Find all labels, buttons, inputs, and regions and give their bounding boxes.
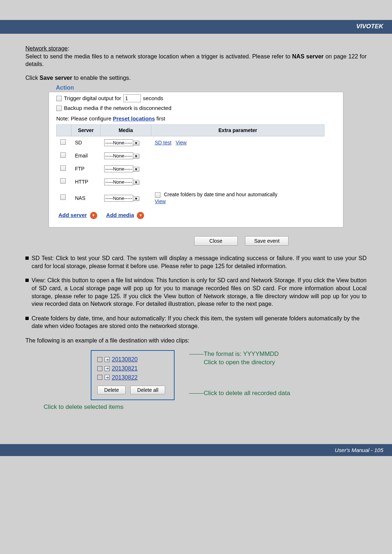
add-server-arrow-icon[interactable]: [90, 212, 97, 219]
save-event-button[interactable]: Save event: [245, 236, 289, 246]
ftp-checkbox[interactable]: [60, 165, 66, 171]
col-extra: Extra parameter: [151, 124, 324, 136]
nas-checkbox[interactable]: [60, 194, 66, 200]
folder-date-link[interactable]: 20130820: [112, 356, 138, 364]
sd-label: SD: [72, 136, 101, 149]
annotation-open-dir: Click to open the directory: [189, 358, 290, 367]
email-label: Email: [72, 149, 101, 163]
bullet-sd-test: SD Test: Click to test your SD card. The…: [32, 254, 367, 270]
trigger-seconds-input[interactable]: [123, 94, 141, 102]
action-panel: Trigger digital output for seconds Backu…: [49, 92, 343, 227]
note-text-a: Note: Please configure: [56, 115, 113, 122]
annotation-format: The format is: YYYYMMDD: [204, 350, 279, 358]
http-label: HTTP: [72, 175, 101, 188]
trigger-label-b: seconds: [143, 95, 163, 102]
table-row: NAS -----None-----▼ Create folders by da…: [57, 188, 324, 208]
ftp-label: FTP: [72, 163, 101, 176]
ftp-media-select[interactable]: -----None-----: [104, 165, 133, 172]
trigger-digital-checkbox[interactable]: [56, 96, 62, 101]
bullet-icon: [25, 317, 29, 320]
network-storage-heading: Network storage: [25, 45, 68, 52]
expand-icon[interactable]: ➜: [105, 366, 110, 371]
sd-view-link[interactable]: View: [176, 140, 187, 145]
bullet-create-folders: Create folders by date, time, and hour a…: [32, 315, 367, 330]
chevron-down-icon[interactable]: ▼: [133, 196, 139, 201]
server-media-table: Server Media Extra parameter SD -----Non…: [56, 124, 324, 208]
folder-checkbox[interactable]: [97, 357, 102, 362]
note-text-b: first: [155, 115, 165, 122]
chevron-down-icon[interactable]: ▼: [133, 167, 139, 172]
chevron-down-icon[interactable]: ▼: [133, 141, 139, 145]
add-media-arrow-icon[interactable]: [137, 212, 144, 219]
delete-button[interactable]: Delete: [97, 386, 126, 394]
intro-text-2c: to enable the settings.: [72, 75, 131, 81]
email-checkbox[interactable]: [60, 152, 66, 158]
chevron-down-icon[interactable]: ▼: [133, 180, 139, 185]
folder-date-link[interactable]: 20130821: [112, 365, 138, 373]
list-item: ➜ 20130821: [97, 365, 168, 373]
file-destination-box: ➜ 20130820 ➜ 20130821 ➜ 20130822 Delete …: [91, 350, 175, 400]
folder-checkbox[interactable]: [97, 375, 102, 380]
backup-media-checkbox[interactable]: [56, 106, 62, 111]
intro-text-2a: Click: [25, 75, 40, 81]
action-legend: Action: [54, 84, 75, 92]
list-item: ➜ 20130822: [97, 374, 168, 382]
expand-icon[interactable]: ➜: [105, 357, 110, 362]
annotation-delete-selected: Click to delete selected items: [44, 403, 367, 411]
nas-view-link[interactable]: View: [155, 198, 166, 204]
backup-media-label: Backup media if the network is disconnec…: [64, 104, 171, 112]
table-row: FTP -----None-----▼: [57, 163, 324, 176]
intro-nas-server: NAS server: [292, 53, 324, 59]
add-server-link[interactable]: Add server: [58, 212, 87, 218]
col-media: Media: [101, 124, 151, 136]
sd-test-link[interactable]: SD test: [155, 140, 172, 145]
bullet-icon: [25, 257, 29, 260]
folder-checkbox[interactable]: [97, 366, 102, 371]
sd-media-select[interactable]: -----None-----: [104, 139, 133, 146]
nas-create-folders-checkbox[interactable]: [155, 192, 160, 198]
footer-page-number: User's Manual - 105: [0, 444, 392, 456]
nas-label: NAS: [72, 188, 101, 208]
http-checkbox[interactable]: [60, 178, 66, 184]
table-row: Email -----None-----▼: [57, 149, 324, 163]
delete-all-button[interactable]: Delete all: [130, 386, 165, 394]
sd-checkbox[interactable]: [60, 139, 66, 145]
chevron-down-icon[interactable]: ▼: [133, 154, 139, 159]
col-server: Server: [72, 124, 101, 136]
nas-media-select[interactable]: -----None-----: [104, 195, 133, 202]
example-intro: The following is an example of a file de…: [25, 337, 367, 345]
preset-locations-link[interactable]: Preset locations: [113, 115, 155, 122]
table-row: SD -----None-----▼ SD test View: [57, 136, 324, 149]
intro-text-1a: Select to send the media files to a netw…: [25, 53, 292, 59]
bullet-view: View: Click this button to open a file l…: [32, 276, 367, 308]
bullet-icon: [25, 279, 29, 282]
expand-icon[interactable]: ➜: [105, 375, 110, 380]
add-media-link[interactable]: Add media: [106, 212, 134, 218]
list-item: ➜ 20130820: [97, 356, 168, 364]
table-row: HTTP -----None-----▼: [57, 175, 324, 188]
http-media-select[interactable]: -----None-----: [104, 178, 133, 185]
intro-save-server: Save server: [40, 75, 72, 81]
email-media-select[interactable]: -----None-----: [104, 152, 133, 159]
close-button[interactable]: Close: [194, 236, 238, 246]
brand-header: VIVOTEK: [0, 20, 392, 34]
folder-date-link[interactable]: 20130822: [112, 374, 138, 382]
trigger-label-a: Trigger digital output for: [64, 95, 121, 102]
nas-create-label: Create folders by date time and hour aut…: [164, 192, 277, 197]
annotation-delete-all: Click to delete all recorded data: [204, 389, 290, 398]
